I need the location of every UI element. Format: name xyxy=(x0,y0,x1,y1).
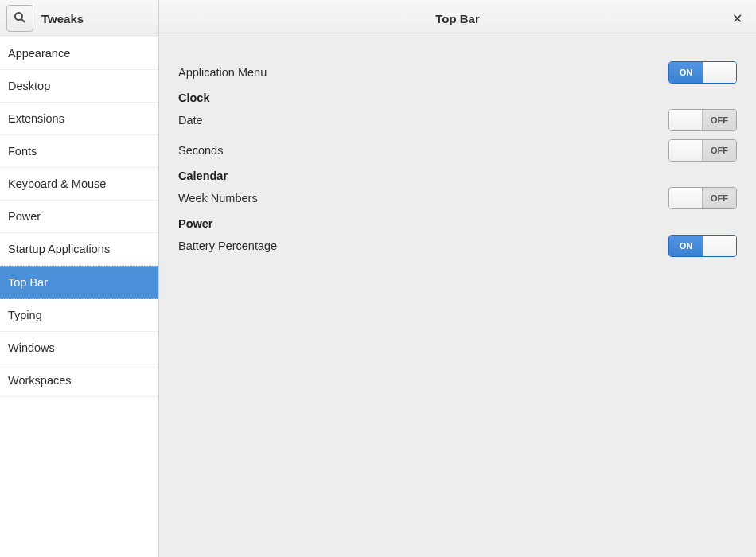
section-heading: Calendar xyxy=(178,169,737,182)
search-icon xyxy=(14,11,26,26)
toggle-switch[interactable]: ON xyxy=(668,61,737,84)
toggle-switch[interactable]: ON xyxy=(668,235,737,257)
setting-label: Battery Percentage xyxy=(178,240,277,252)
sidebar-item-label: Startup Applications xyxy=(8,243,110,255)
setting-label: Application Menu xyxy=(178,66,267,79)
toggle-switch[interactable]: OFF xyxy=(668,187,737,209)
toggle-knob xyxy=(703,62,736,83)
toggle-state-label: OFF xyxy=(703,110,736,130)
sidebar-header: Tweaks xyxy=(0,0,158,37)
setting-label: Date xyxy=(178,114,203,127)
close-icon: ✕ xyxy=(732,11,742,26)
setting-row: Application MenuON xyxy=(178,61,737,84)
toggle-knob xyxy=(669,188,703,208)
sidebar-item-label: Typing xyxy=(8,309,42,321)
main-panel: Top Bar ✕ Application MenuONClockDateOFF… xyxy=(159,0,756,557)
sidebar-item-windows[interactable]: Windows xyxy=(0,332,158,364)
sidebar-item-label: Appearance xyxy=(8,47,70,60)
sidebar-item-label: Windows xyxy=(8,341,55,354)
sidebar-item-workspaces[interactable]: Workspaces xyxy=(0,364,158,397)
sidebar-item-label: Keyboard & Mouse xyxy=(8,177,106,190)
toggle-knob xyxy=(669,110,703,130)
toggle-state-label: OFF xyxy=(703,140,736,161)
sidebar-item-label: Extensions xyxy=(8,112,64,125)
toggle-knob xyxy=(669,140,703,161)
toggle-switch[interactable]: OFF xyxy=(668,109,737,131)
toggle-knob xyxy=(703,236,736,256)
sidebar-item-label: Desktop xyxy=(8,80,50,92)
sidebar-item-appearance[interactable]: Appearance xyxy=(0,37,158,70)
close-button[interactable]: ✕ xyxy=(727,9,746,28)
sidebar-item-fonts[interactable]: Fonts xyxy=(0,135,158,168)
sidebar-item-power[interactable]: Power xyxy=(0,201,158,233)
app-title: Tweaks xyxy=(41,12,84,25)
toggle-switch[interactable]: OFF xyxy=(668,139,737,162)
sidebar-item-top-bar[interactable]: Top Bar xyxy=(0,266,158,299)
setting-row: Battery PercentageON xyxy=(178,235,737,257)
sidebar-item-typing[interactable]: Typing xyxy=(0,299,158,332)
main-header: Top Bar ✕ xyxy=(159,0,756,37)
setting-label: Week Numbers xyxy=(178,192,258,204)
sidebar-item-keyboard-mouse[interactable]: Keyboard & Mouse xyxy=(0,168,158,201)
search-button[interactable] xyxy=(6,5,33,32)
content-area: Application MenuONClockDateOFFSecondsOFF… xyxy=(159,37,756,557)
setting-row: Week NumbersOFF xyxy=(178,187,737,209)
page-title: Top Bar xyxy=(435,12,480,25)
sidebar-list: AppearanceDesktopExtensionsFontsKeyboard… xyxy=(0,37,158,557)
setting-row: DateOFF xyxy=(178,109,737,131)
setting-row: SecondsOFF xyxy=(178,139,737,162)
toggle-state-label: ON xyxy=(669,62,703,83)
toggle-state-label: OFF xyxy=(703,188,736,208)
section-heading: Power xyxy=(178,217,737,230)
sidebar-item-label: Fonts xyxy=(8,145,37,158)
sidebar-item-label: Power xyxy=(8,210,41,223)
svg-point-0 xyxy=(15,13,22,20)
toggle-state-label: ON xyxy=(669,236,703,256)
sidebar-item-label: Top Bar xyxy=(8,276,48,289)
sidebar: Tweaks AppearanceDesktopExtensionsFontsK… xyxy=(0,0,159,557)
sidebar-item-desktop[interactable]: Desktop xyxy=(0,70,158,103)
sidebar-item-startup-applications[interactable]: Startup Applications xyxy=(0,233,158,266)
section-heading: Clock xyxy=(178,92,737,104)
sidebar-item-label: Workspaces xyxy=(8,374,72,387)
svg-line-1 xyxy=(21,19,25,22)
sidebar-item-extensions[interactable]: Extensions xyxy=(0,103,158,135)
setting-label: Seconds xyxy=(178,144,223,157)
